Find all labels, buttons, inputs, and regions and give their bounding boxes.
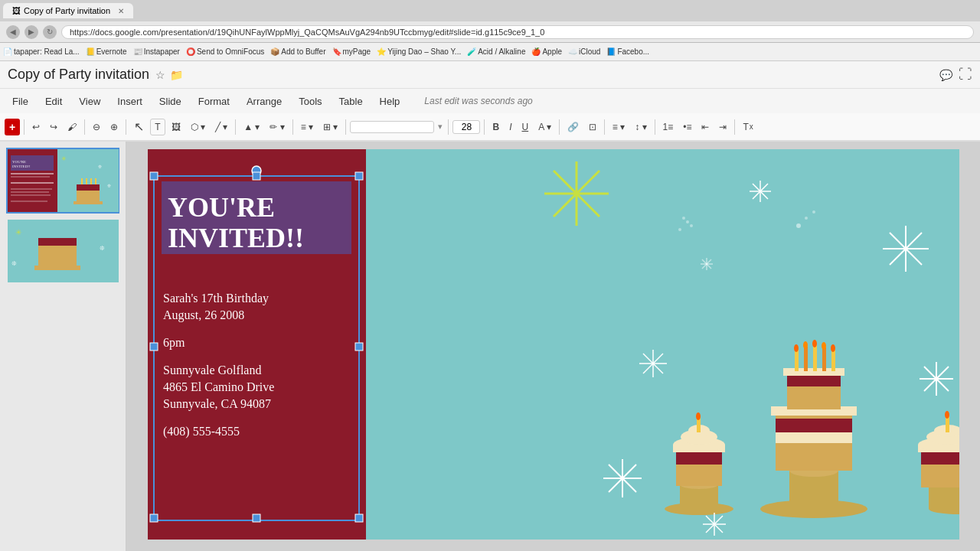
svg-rect-48 [355, 514, 363, 522]
slide-thumbnail-2[interactable]: ✳ ❊ ❊ [6, 218, 119, 284]
align-button[interactable]: ≡ ▾ [609, 119, 629, 135]
line-spacing-button[interactable]: ↕ ▾ [631, 119, 650, 135]
add-button[interactable]: + [5, 119, 20, 135]
last-edit-status: Last edit was seconds ago [424, 96, 532, 106]
url-input[interactable]: https://docs.google.com/presentation/d/1… [61, 25, 974, 39]
menu-table[interactable]: Table [332, 93, 371, 110]
svg-text:❊: ❊ [100, 245, 105, 252]
image-tool[interactable]: 🖼 [168, 119, 185, 135]
bookmark-omnifocus[interactable]: ⭕ Send to OmniFocus [186, 47, 264, 56]
zoom-out-button[interactable]: ⊖ [89, 119, 104, 135]
toolbar-sep-6 [345, 119, 346, 135]
font-size-input[interactable]: 28 [452, 120, 480, 134]
refresh-button[interactable]: ↻ [43, 25, 57, 39]
back-button[interactable]: ◀ [6, 25, 20, 39]
svg-point-116 [696, 412, 701, 420]
menu-arrange[interactable]: Arrange [239, 93, 289, 110]
slide-thumb-inner-1: YOU'RE INVITED!! [8, 149, 119, 212]
svg-text:YOU'RE: YOU'RE [12, 160, 26, 164]
text-color-button[interactable]: A ▾ [534, 119, 555, 135]
slide-thumb-inner-2: ✳ ❊ ❊ [8, 220, 119, 282]
text-tool[interactable]: T [150, 119, 165, 135]
forward-button[interactable]: ▶ [24, 25, 38, 39]
svg-rect-49 [150, 343, 158, 350]
paint-format-button[interactable]: 🖌 [64, 119, 80, 135]
menu-tools[interactable]: Tools [291, 93, 329, 110]
svg-point-105 [831, 344, 835, 352]
link-button[interactable]: 🔗 [564, 119, 583, 135]
menu-insert[interactable]: Insert [109, 93, 150, 110]
menu-slide[interactable]: Slide [152, 93, 189, 110]
bookmark-buffer[interactable]: 📦 Add to Buffer [270, 47, 325, 56]
svg-point-69 [805, 217, 808, 220]
menu-help[interactable]: Help [372, 93, 408, 110]
crop-button[interactable]: ⊡ [585, 119, 600, 135]
svg-text:❊: ❊ [11, 260, 17, 267]
toolbar-sep-9 [559, 119, 560, 135]
toolbar-sep-3 [126, 119, 126, 135]
underline-button[interactable]: U [518, 119, 532, 135]
line-tool[interactable]: ╱ ▾ [211, 119, 231, 135]
svg-text:❊: ❊ [107, 184, 111, 188]
menu-format[interactable]: Format [191, 93, 237, 110]
bookmark-tapaper[interactable]: 📄 tapaper: Read La... [3, 47, 80, 56]
svg-rect-50 [355, 343, 363, 350]
indent-more-button[interactable]: ⇥ [715, 119, 730, 135]
doc-title: Copy of Party invitation [8, 67, 149, 83]
bullet-list-button[interactable]: •≡ [679, 119, 695, 135]
clear-format-button[interactable]: Tx [739, 119, 756, 135]
toolbar-sep-7 [448, 119, 449, 135]
svg-text:August, 26 2008: August, 26 2008 [163, 308, 244, 322]
bookmark-yijing[interactable]: ⭐ Yijing Dao – Shao Y... [377, 47, 461, 56]
bookmark-mypage[interactable]: 🔖 myPage [332, 47, 371, 56]
indent-less-button[interactable]: ⇤ [697, 119, 713, 135]
pen-tool[interactable]: ✏ ▾ [266, 119, 288, 135]
toolbar-sep-2 [84, 119, 85, 135]
numbered-list-button[interactable]: 1≡ [659, 119, 678, 135]
bookmark-icloud[interactable]: ☁️ iCloud [568, 47, 600, 56]
svg-text:Sarah's 17th Birthday: Sarah's 17th Birthday [163, 292, 269, 305]
canvas-area[interactable]: YOU'RE INVITED!! Sarah's 17th Birthday A… [126, 142, 980, 551]
color-fill-tool[interactable]: ▲ ▾ [240, 119, 263, 135]
tab-close-icon[interactable]: ✕ [118, 7, 124, 15]
svg-rect-95 [787, 376, 841, 386]
chat-icon[interactable]: 💬 [939, 69, 952, 81]
bookmark-acid[interactable]: 🧪 Acid / Alkaline [467, 47, 525, 56]
main-area: YOU'RE INVITED!! [0, 142, 980, 551]
shape-tool[interactable]: ⬡ ▾ [187, 119, 209, 135]
bookmarks-bar: 📄 tapaper: Read La... 📒 Evernote 📰 Insta… [0, 43, 980, 61]
select-tool[interactable]: ↖ [130, 117, 148, 136]
redo-button[interactable]: ↪ [46, 119, 61, 135]
slide-thumbnail-1[interactable]: YOU'RE INVITED!! [6, 148, 119, 214]
menu-edit[interactable]: Edit [38, 93, 70, 110]
svg-rect-99 [822, 347, 826, 371]
font-family-input[interactable] [350, 121, 434, 133]
fullscreen-icon[interactable]: ⛶ [959, 67, 972, 83]
bookmark-apple[interactable]: 🍎 Apple [531, 47, 562, 56]
bookmark-instapaper[interactable]: 📰 Instapaper [133, 47, 180, 56]
svg-point-102 [803, 341, 808, 349]
list-format-button[interactable]: ≡ ▾ [297, 119, 317, 135]
star-icon[interactable]: ☆ [155, 69, 165, 81]
active-tab[interactable]: 🖼 Copy of Party invitation ✕ [3, 3, 133, 18]
bold-button[interactable]: B [488, 119, 503, 135]
italic-button[interactable]: I [505, 119, 515, 135]
svg-rect-121 [921, 452, 959, 465]
zoom-in-button[interactable]: ⊕ [106, 119, 122, 135]
menu-view[interactable]: View [71, 93, 108, 110]
table-insert-button[interactable]: ⊞ ▾ [319, 119, 341, 135]
menu-file[interactable]: File [5, 93, 36, 110]
undo-button[interactable]: ↩ [28, 119, 44, 135]
bookmark-facebook[interactable]: 📘 Facebo... [606, 47, 649, 56]
title-icons: ☆ 📁 [155, 69, 183, 81]
svg-text:Sunnyvale Golfland: Sunnyvale Golfland [163, 364, 261, 377]
menu-bar: File Edit View Insert Slide Format Arran… [0, 89, 980, 113]
bookmark-evernote[interactable]: 📒 Evernote [86, 47, 127, 56]
folder-icon[interactable]: 📁 [170, 69, 183, 81]
svg-rect-18 [95, 178, 96, 184]
svg-rect-44 [253, 172, 260, 180]
svg-point-83 [690, 224, 693, 227]
svg-rect-14 [77, 184, 100, 191]
svg-point-126 [945, 411, 949, 419]
svg-text:❊: ❊ [98, 165, 102, 169]
